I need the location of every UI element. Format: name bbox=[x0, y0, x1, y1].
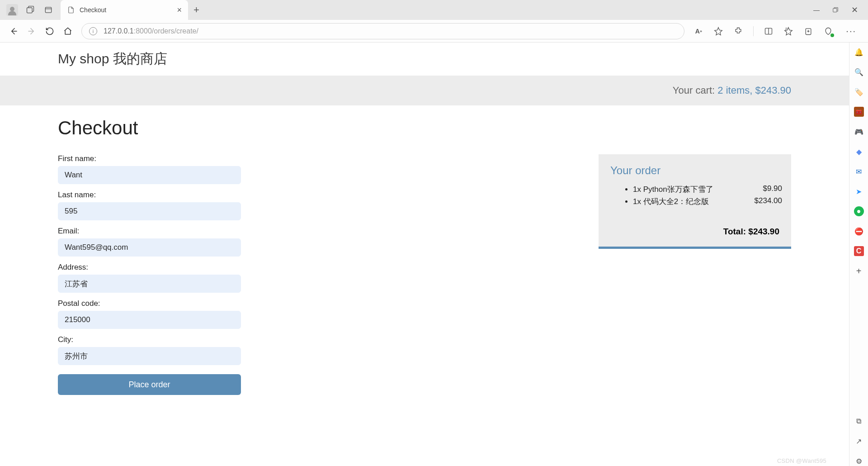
nav-back-icon[interactable] bbox=[5, 22, 23, 40]
more-menu-icon[interactable]: ··· bbox=[843, 26, 859, 36]
cart-label: Your cart: bbox=[673, 85, 715, 96]
new-tab-button[interactable]: + bbox=[188, 0, 205, 20]
first-name-label: First name: bbox=[58, 154, 241, 163]
toolbox-icon[interactable]: 🧰 bbox=[854, 107, 864, 117]
cart-summary-bar: Your cart: 2 items, $243.90 bbox=[0, 76, 849, 105]
order-item: 1x Python张万森下雪了 $9.90 bbox=[633, 183, 779, 195]
browser-tab[interactable]: Checkout × bbox=[61, 0, 188, 20]
window-minimize-icon[interactable]: — bbox=[813, 6, 820, 14]
page-viewport: My shop 我的商店 Your cart: 2 items, $243.90… bbox=[0, 43, 849, 466]
svg-rect-1 bbox=[45, 7, 51, 13]
microsoft365-icon[interactable]: ◆ bbox=[854, 147, 864, 157]
order-items-list: 1x Python张万森下雪了 $9.90 1x 代码大全2：纪念版 $234.… bbox=[610, 183, 779, 208]
nav-home-icon[interactable] bbox=[59, 22, 77, 40]
toolbar-separator bbox=[753, 26, 754, 36]
sidebar-search-icon[interactable]: 🔍 bbox=[854, 67, 864, 77]
tab-title: Checkout bbox=[80, 6, 172, 14]
order-item: 1x 代码大全2：纪念版 $234.00 bbox=[633, 195, 779, 208]
site-info-icon[interactable]: i bbox=[89, 27, 97, 35]
order-total: Total: $243.90 bbox=[610, 227, 779, 237]
notifications-icon[interactable]: 🔔 bbox=[854, 47, 864, 57]
favorite-star-icon[interactable] bbox=[713, 26, 723, 36]
adblock-icon[interactable]: ⛔ bbox=[854, 226, 864, 236]
workspaces-icon[interactable] bbox=[24, 4, 36, 16]
spotify-icon[interactable]: ● bbox=[854, 206, 864, 216]
postal-code-input[interactable] bbox=[58, 311, 241, 329]
address-bar[interactable]: i 127.0.0.1:8000/orders/create/ bbox=[81, 23, 684, 39]
edge-sidebar: 🔔 🔍 🏷️ 🧰 🎮 ◆ ✉ ➤ ● ⛔ C + ⧉ ↗ ⚙ bbox=[849, 43, 868, 466]
svg-rect-0 bbox=[27, 8, 33, 13]
shop-logo[interactable]: My shop 我的商店 bbox=[0, 43, 849, 76]
tab-actions-icon[interactable] bbox=[42, 4, 54, 16]
address-label: Address: bbox=[58, 263, 241, 272]
watermark: CSDN @Want595 bbox=[777, 457, 826, 464]
place-order-button[interactable]: Place order bbox=[58, 374, 241, 395]
postal-code-label: Postal code: bbox=[58, 299, 241, 308]
last-name-label: Last name: bbox=[58, 190, 241, 200]
page-title: Checkout bbox=[58, 117, 791, 139]
screenshot-icon[interactable]: ⧉ bbox=[854, 416, 864, 426]
nav-refresh-icon[interactable] bbox=[41, 22, 59, 40]
city-input[interactable] bbox=[58, 347, 241, 365]
order-summary-heading: Your order bbox=[610, 164, 779, 177]
favorites-list-icon[interactable] bbox=[783, 26, 793, 36]
city-label: City: bbox=[58, 335, 241, 344]
page-favicon-icon bbox=[67, 6, 75, 14]
c-app-icon[interactable]: C bbox=[854, 246, 864, 256]
checkout-form: First name: Last name: Email: Address: bbox=[58, 154, 241, 395]
profile-avatar-icon[interactable] bbox=[6, 4, 18, 16]
order-item-price: $9.90 bbox=[763, 184, 782, 193]
sidebar-add-icon[interactable]: + bbox=[854, 266, 864, 276]
cart-link[interactable]: 2 items, $243.90 bbox=[717, 85, 791, 96]
email-label: Email: bbox=[58, 227, 241, 236]
first-name-input[interactable] bbox=[58, 166, 241, 184]
split-screen-icon[interactable] bbox=[764, 26, 774, 36]
address-input[interactable] bbox=[58, 275, 241, 293]
window-maximize-icon[interactable] bbox=[832, 7, 839, 13]
collections-icon[interactable] bbox=[803, 26, 813, 36]
drop-icon[interactable]: ➤ bbox=[854, 186, 864, 196]
tab-close-icon[interactable]: × bbox=[177, 6, 182, 14]
games-icon[interactable]: 🎮 bbox=[854, 127, 864, 137]
url-text: 127.0.0.1:8000/orders/create/ bbox=[104, 27, 198, 35]
nav-forward-icon bbox=[23, 22, 41, 40]
open-external-icon[interactable]: ↗ bbox=[854, 436, 864, 446]
last-name-input[interactable] bbox=[58, 202, 241, 220]
read-aloud-icon[interactable]: A» bbox=[693, 26, 703, 36]
shopping-tag-icon[interactable]: 🏷️ bbox=[854, 87, 864, 97]
outlook-icon[interactable]: ✉ bbox=[854, 166, 864, 176]
window-close-icon[interactable]: ✕ bbox=[851, 5, 858, 15]
sidebar-settings-icon[interactable]: ⚙ bbox=[854, 456, 864, 466]
browser-essentials-icon[interactable] bbox=[823, 26, 833, 36]
order-item-price: $234.00 bbox=[755, 196, 782, 205]
svg-rect-2 bbox=[833, 9, 837, 12]
extensions-icon[interactable] bbox=[733, 26, 743, 36]
order-summary-panel: Your order 1x Python张万森下雪了 $9.90 1x 代码大全… bbox=[599, 154, 791, 249]
email-input[interactable] bbox=[58, 238, 241, 257]
browser-tab-strip: Checkout × + — ✕ bbox=[0, 0, 868, 20]
browser-toolbar: i 127.0.0.1:8000/orders/create/ A» ··· bbox=[0, 20, 868, 43]
